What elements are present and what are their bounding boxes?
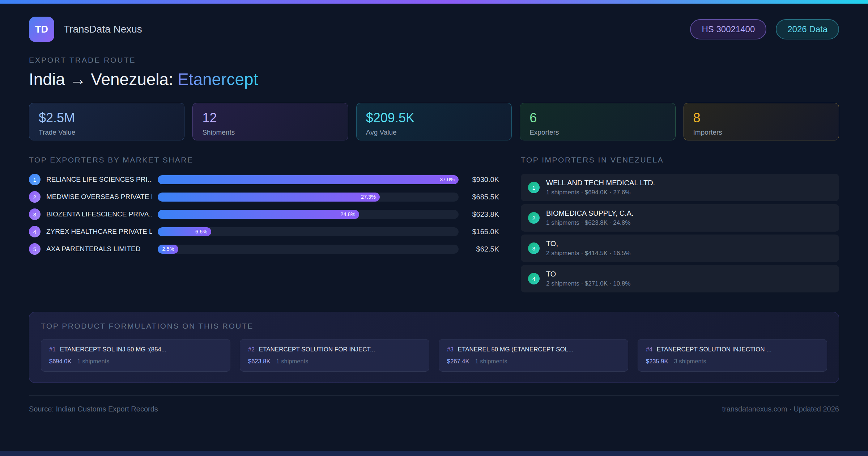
market-share-bar: 24.8%	[158, 210, 359, 219]
share-percent-label: 6.6%	[195, 229, 207, 235]
importer-name: TO,	[546, 240, 630, 248]
exporter-name: RELIANCE LIFE SCIENCES PRI...	[46, 176, 152, 183]
top-accent-bar	[0, 0, 868, 4]
share-percent-label: 24.8%	[340, 211, 355, 217]
formulation-rank: #4	[646, 346, 652, 353]
formulation-card[interactable]: #2 ETANERCEPT SOLUTION FOR INJECT... $62…	[240, 339, 429, 372]
market-share-bar-track: 2.5%	[158, 245, 459, 254]
formulations-section-title: TOP PRODUCT FORMULATIONS ON THIS ROUTE	[41, 322, 827, 330]
formulation-name: ETANERCEPT SOLUTION FOR INJECT...	[259, 346, 375, 353]
market-share-bar-track: 27.3%	[158, 193, 459, 202]
stat-cards: $2.5M Trade Value 12 Shipments $209.5K A…	[29, 103, 839, 140]
market-share-bar: 2.5%	[158, 245, 178, 254]
rank-badge: 3	[29, 208, 41, 220]
stat-label: Importers	[693, 128, 829, 136]
rank-badge: 2	[29, 191, 41, 203]
rank-badge: 4	[528, 273, 540, 284]
market-share-bar: 37.0%	[158, 175, 459, 184]
stat-card-trade-value: $2.5M Trade Value	[29, 103, 184, 140]
footer-source: Source: Indian Customs Export Records	[29, 405, 158, 413]
formulation-shipments: 3 shipments	[674, 358, 706, 365]
formulation-value: $694.0K	[49, 358, 71, 365]
exporter-value: $685.5K	[464, 193, 499, 201]
exporter-row[interactable]: 2 MEDWISE OVERSEAS PRIVATE L... 27.3% $6…	[29, 191, 499, 203]
stat-card-shipments: 12 Shipments	[192, 103, 348, 140]
share-percent-label: 27.3%	[361, 194, 376, 200]
market-share-bar-track: 6.6%	[158, 227, 459, 236]
page-title-route: India → Venezuela:	[29, 70, 173, 89]
rank-badge: 2	[528, 212, 540, 224]
stat-card-importers: 8 Importers	[684, 103, 839, 140]
header-badges: HS 30021400 2026 Data	[690, 19, 839, 39]
formulation-value: $623.8K	[248, 358, 270, 365]
formulation-card[interactable]: #3 ETANEREL 50 MG (ETANERCEPT SOL... $26…	[439, 339, 628, 372]
importer-meta: 2 shipments · $271.0K · 10.8%	[546, 280, 630, 287]
stat-value: $2.5M	[39, 110, 175, 126]
exporter-row[interactable]: 1 RELIANCE LIFE SCIENCES PRI... 37.0% $9…	[29, 174, 499, 185]
importer-meta: 1 shipments · $623.8K · 24.8%	[546, 219, 634, 227]
rank-badge: 1	[29, 174, 41, 185]
formulation-rank: #3	[447, 346, 454, 353]
stat-card-avg-value: $209.5K Avg Value	[356, 103, 512, 140]
exporter-name: MEDWISE OVERSEAS PRIVATE L...	[46, 193, 152, 201]
stat-label: Avg Value	[366, 128, 502, 136]
exporter-row[interactable]: 5 AXA PARENTERALS LIMITED 2.5% $62.5K	[29, 243, 499, 255]
footer-site-link[interactable]: transdatanexus.com · Updated 2026	[722, 405, 839, 413]
app-name: TransData Nexus	[64, 24, 142, 35]
importer-name: TO	[546, 270, 630, 278]
route-eyebrow: EXPORT TRADE ROUTE	[29, 56, 839, 64]
bottom-accent-strip	[0, 451, 868, 456]
importer-card[interactable]: 2 BIOMEDICA SUPPLY, C.A. 1 shipments · $…	[521, 204, 839, 232]
exporter-value: $62.5K	[464, 245, 499, 253]
rank-badge: 5	[29, 243, 41, 255]
formulation-card[interactable]: #4 ETANERCEPT SOLUTION INJECTION ... $23…	[638, 339, 827, 372]
stat-value: 8	[693, 110, 829, 126]
brand[interactable]: TD TransData Nexus	[29, 17, 142, 42]
stat-label: Shipments	[202, 128, 338, 136]
exporters-section: TOP EXPORTERS BY MARKET SHARE 1 RELIANCE…	[29, 156, 499, 295]
formulation-shipments: 1 shipments	[276, 358, 308, 365]
share-percent-label: 2.5%	[162, 246, 174, 252]
importer-name: WELL AND TECH MEDICAL LTD.	[546, 179, 655, 187]
stat-value: 6	[529, 110, 665, 126]
stat-value: $209.5K	[366, 110, 502, 126]
market-share-bar: 6.6%	[158, 227, 211, 236]
rank-badge: 4	[29, 226, 41, 237]
formulation-value: $267.4K	[447, 358, 469, 365]
exporter-value: $165.0K	[464, 228, 499, 236]
exporter-row[interactable]: 3 BIOZENTA LIFESCIENCE PRIVA... 24.8% $6…	[29, 208, 499, 220]
formulation-name: ETANERCEPT SOLUTION INJECTION ...	[657, 346, 772, 353]
exporter-row[interactable]: 4 ZYREX HEALTHCARE PRIVATE L... 6.6% $16…	[29, 226, 499, 237]
exporter-value: $623.8K	[464, 210, 499, 219]
stat-value: 12	[202, 110, 338, 126]
importer-card[interactable]: 4 TO 2 shipments · $271.0K · 10.8%	[521, 265, 839, 292]
market-share-bar: 27.3%	[158, 193, 380, 202]
importer-card[interactable]: 1 WELL AND TECH MEDICAL LTD. 1 shipments…	[521, 174, 839, 201]
formulation-shipments: 1 shipments	[77, 358, 109, 365]
exporter-name: BIOZENTA LIFESCIENCE PRIVA...	[46, 210, 152, 218]
formulation-value: $235.9K	[646, 358, 668, 365]
formulation-name: ETANEREL 50 MG (ETANERCEPT SOL...	[458, 346, 574, 353]
hs-code-badge[interactable]: HS 30021400	[690, 19, 766, 39]
formulation-cards: #1 ETANERCEPT SOL INJ 50 MG :(854... $69…	[41, 339, 827, 372]
formulations-panel: TOP PRODUCT FORMULATIONS ON THIS ROUTE #…	[29, 312, 839, 383]
share-percent-label: 37.0%	[440, 177, 455, 182]
importer-card[interactable]: 3 TO, 2 shipments · $414.5K · 16.5%	[521, 235, 839, 262]
page-container: TD TransData Nexus HS 30021400 2026 Data…	[0, 17, 868, 413]
year-data-badge[interactable]: 2026 Data	[776, 19, 839, 39]
exporter-name: ZYREX HEALTHCARE PRIVATE L...	[46, 228, 152, 236]
exporter-name: AXA PARENTERALS LIMITED	[46, 245, 152, 253]
page-title: India → Venezuela:Etanercept	[29, 69, 839, 89]
page-title-product: Etanercept	[178, 70, 258, 89]
market-share-bar-track: 37.0%	[158, 175, 459, 184]
rank-badge: 3	[528, 242, 540, 254]
importer-name: BIOMEDICA SUPPLY, C.A.	[546, 209, 634, 218]
importer-meta: 2 shipments · $414.5K · 16.5%	[546, 250, 630, 257]
app-logo[interactable]: TD	[29, 17, 54, 42]
market-share-bar-track: 24.8%	[158, 210, 459, 219]
stat-card-exporters: 6 Exporters	[520, 103, 675, 140]
formulation-card[interactable]: #1 ETANERCEPT SOL INJ 50 MG :(854... $69…	[41, 339, 230, 372]
importers-section: TOP IMPORTERS IN VENEZUELA 1 WELL AND TE…	[521, 156, 839, 295]
formulation-rank: #1	[49, 346, 56, 353]
exporters-section-title: TOP EXPORTERS BY MARKET SHARE	[29, 156, 499, 164]
